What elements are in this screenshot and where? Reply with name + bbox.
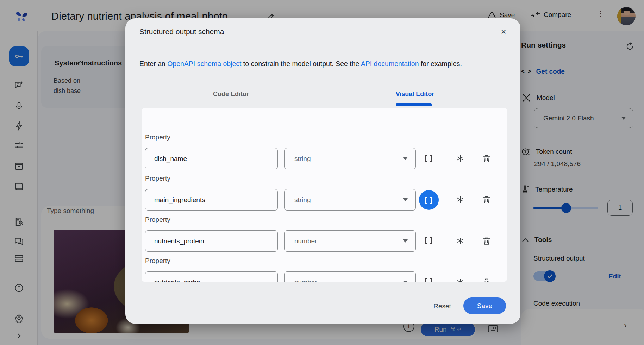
array-toggle-button[interactable]: [ ] <box>419 230 439 250</box>
property-label: Property <box>145 175 170 182</box>
required-asterisk-button[interactable] <box>455 153 465 164</box>
property-type-select[interactable]: number <box>284 271 416 282</box>
required-asterisk-button[interactable] <box>455 236 465 246</box>
close-icon[interactable]: × <box>498 26 509 37</box>
openapi-schema-link[interactable]: OpenAPI schema object <box>167 60 241 68</box>
array-toggle-button[interactable]: [ ] <box>419 148 439 168</box>
property-type-select[interactable]: string <box>284 189 416 211</box>
property-type-select[interactable]: string <box>284 148 416 169</box>
property-label: Property <box>145 257 170 265</box>
chevron-down-icon <box>403 239 408 243</box>
required-asterisk-button[interactable] <box>455 277 465 282</box>
delete-property-button[interactable] <box>481 277 492 282</box>
structured-output-schema-dialog: Structured output schema × Enter an Open… <box>125 18 520 324</box>
property-name-input[interactable] <box>145 189 278 211</box>
chevron-down-icon <box>403 281 408 282</box>
reset-button[interactable]: Reset <box>428 298 456 314</box>
schema-properties-panel: Property string [ ] Property string [ ] <box>142 108 507 282</box>
active-tab-underline <box>396 104 432 106</box>
property-type-select[interactable]: number <box>284 230 416 252</box>
property-name-input[interactable] <box>145 230 278 252</box>
dialog-title: Structured output schema <box>139 27 224 36</box>
delete-property-button[interactable] <box>481 194 492 205</box>
tab-code-editor[interactable]: Code Editor <box>210 90 252 98</box>
delete-property-button[interactable] <box>481 236 492 246</box>
tab-visual-editor[interactable]: Visual Editor <box>395 90 435 98</box>
array-toggle-button-active[interactable]: [ ] <box>419 190 439 210</box>
api-documentation-link[interactable]: API documentation <box>361 60 419 68</box>
property-name-input[interactable] <box>145 271 278 282</box>
property-name-input[interactable] <box>145 148 278 169</box>
chevron-down-icon <box>403 198 408 201</box>
required-asterisk-button[interactable] <box>455 194 465 205</box>
array-toggle-button[interactable]: [ ] <box>419 271 439 282</box>
property-label: Property <box>145 133 170 141</box>
chevron-down-icon <box>403 157 408 160</box>
property-label: Property <box>145 216 170 224</box>
delete-property-button[interactable] <box>481 153 492 164</box>
dialog-description: Enter an OpenAPI schema object to constr… <box>139 60 462 68</box>
dialog-save-button[interactable]: Save <box>463 297 506 314</box>
